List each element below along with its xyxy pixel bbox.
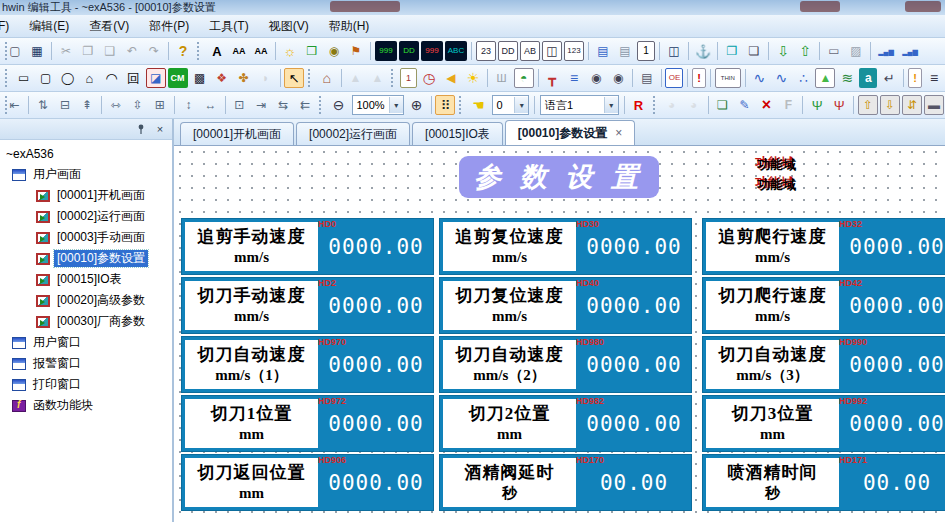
clock-icon[interactable]: ◷ xyxy=(419,68,439,88)
align-left-icon[interactable]: ⇤ xyxy=(4,95,24,115)
param-value-input[interactable]: 0000.00 xyxy=(842,278,945,333)
antenna-red-icon[interactable]: Ψ xyxy=(829,95,849,115)
device-sync-icon[interactable]: ⇵ xyxy=(902,95,922,115)
dashed-lines-icon[interactable]: ≡ xyxy=(564,68,584,88)
snap-bottom-icon[interactable]: ⇥ xyxy=(251,95,271,115)
qrcode-tool-icon[interactable]: ▩ xyxy=(190,68,210,88)
space-across-icon[interactable]: ⇿ xyxy=(106,95,126,115)
tree-item-11[interactable]: 函数功能块 xyxy=(0,395,172,416)
param-value-input[interactable]: 0000.00 xyxy=(579,337,689,392)
cm-tool-icon[interactable]: CM xyxy=(168,68,188,88)
function-area-label[interactable]: 功能域功能域 xyxy=(757,156,796,172)
f-gray-icon[interactable]: F xyxy=(778,95,798,115)
tree-item-9[interactable]: 报警窗口 xyxy=(0,353,172,374)
menu-item-5[interactable]: 视图(V) xyxy=(259,16,319,37)
function-area-label[interactable]: 功能域功能域 xyxy=(757,176,796,192)
tab-close-icon[interactable]: × xyxy=(615,126,622,140)
param-value-input[interactable]: 0000.00 xyxy=(321,278,431,333)
rotate-text-icon[interactable]: AA xyxy=(229,41,249,61)
trend-chart2-icon[interactable]: ∿ xyxy=(771,68,791,88)
multiline-chart-icon[interactable]: ≋ xyxy=(837,68,857,88)
delete-icon[interactable]: × xyxy=(756,95,776,115)
comb-icon[interactable]: Ш xyxy=(492,68,512,88)
tree-item-1[interactable]: [00001]开机画面 xyxy=(0,185,172,206)
new-file-icon[interactable]: ▢ xyxy=(5,41,25,61)
tree-item-2[interactable]: [00002]运行画面 xyxy=(0,206,172,227)
param-value-input[interactable]: 0000.00 xyxy=(579,278,689,333)
language-select[interactable]: 语言1▾ xyxy=(540,95,619,115)
speaker-icon[interactable]: ◀ xyxy=(441,68,461,88)
zoom-out-icon[interactable]: ⊖ xyxy=(329,95,349,115)
layer-select[interactable]: 0▾ xyxy=(492,95,530,115)
gauge-icon[interactable]: ◓ xyxy=(514,68,534,88)
state-circle-icon[interactable]: ◕ xyxy=(662,95,682,115)
tree-item-8[interactable]: 用户窗口 xyxy=(0,332,172,353)
text-icon[interactable]: A xyxy=(207,41,227,61)
param-value-input[interactable]: 0000.00 xyxy=(579,396,689,451)
polygon-tool-icon[interactable]: ⌂ xyxy=(80,68,100,88)
mountain-icon[interactable]: ▲ xyxy=(345,68,365,88)
snap-left-icon[interactable]: ⇆ xyxy=(273,95,293,115)
window-icon[interactable]: ❏ xyxy=(744,41,764,61)
grid-toggle-icon[interactable]: ⠿ xyxy=(435,95,455,115)
area-chart-icon[interactable]: ▲ xyxy=(815,68,835,88)
snap-right-icon[interactable]: ⇇ xyxy=(295,95,315,115)
chevron-down-icon[interactable]: ▾ xyxy=(389,97,403,113)
menu-item-2[interactable]: 查看(V) xyxy=(79,16,139,37)
led-number-icon[interactable]: 999 xyxy=(375,41,397,61)
param-value-input[interactable]: 00.00 xyxy=(842,455,945,510)
editor-canvas[interactable]: 参 数 设 置 功能域功能域功能域功能域追剪手动速度mm/sHD00000.00… xyxy=(174,146,945,522)
thin-panel-icon[interactable]: THIN xyxy=(715,68,741,88)
camera2-icon[interactable]: ◉ xyxy=(608,68,628,88)
same-width-icon[interactable]: ↔ xyxy=(201,95,221,115)
door-icon[interactable]: ◫ xyxy=(664,41,684,61)
sun-icon[interactable]: ☀ xyxy=(463,68,483,88)
antenna-green-icon[interactable]: Ψ xyxy=(807,95,827,115)
center-horizontal-icon[interactable]: ⊟ xyxy=(55,95,75,115)
scatter-chart-icon[interactable]: ∴ xyxy=(793,68,813,88)
param-value-input[interactable]: 0000.00 xyxy=(321,455,431,510)
param-value-input[interactable]: 0000.00 xyxy=(321,219,431,274)
frame-tool-icon[interactable]: 回 xyxy=(124,68,144,88)
keyboard-icon[interactable]: ▤ xyxy=(593,41,613,61)
device-download-icon[interactable]: ⇩ xyxy=(880,95,900,115)
tree-item-5[interactable]: [00015]IO表 xyxy=(0,269,172,290)
switch-box-icon[interactable]: ◫ xyxy=(542,41,562,61)
ab-box-icon[interactable]: AB xyxy=(520,41,540,61)
device-upload-icon[interactable]: ⇧ xyxy=(858,95,878,115)
same-height-icon[interactable]: ↕ xyxy=(179,95,199,115)
save-icon[interactable]: ▦ xyxy=(27,41,47,61)
camera-icon[interactable]: ◉ xyxy=(586,68,606,88)
menu-item-0[interactable]: 文件(F) xyxy=(0,16,19,37)
state-circle2-icon[interactable]: ◕ xyxy=(684,95,704,115)
chevron-down-icon[interactable]: ▾ xyxy=(514,97,528,113)
rect-tool-icon[interactable]: ▭ xyxy=(14,68,34,88)
hatch-rect-icon[interactable]: ▨ xyxy=(846,41,866,61)
ship-icon[interactable]: ⚓ xyxy=(693,41,713,61)
cut-icon[interactable]: ✂ xyxy=(56,41,76,61)
zoom-in-icon[interactable]: ⊕ xyxy=(407,95,427,115)
new-macro-icon[interactable]: ❏ xyxy=(712,95,732,115)
bar-chart2-icon[interactable]: ▂▄▆ xyxy=(899,41,921,61)
calendar-icon[interactable]: 1 xyxy=(400,68,417,88)
tab-1[interactable]: [00002]运行画面 xyxy=(296,122,410,145)
tab-2[interactable]: [00015]IO表 xyxy=(412,122,503,145)
select-cursor-icon[interactable]: ↖ xyxy=(284,68,304,88)
book-icon[interactable]: ❒ xyxy=(302,41,322,61)
eraser-tool-icon[interactable]: ◗ xyxy=(256,68,276,88)
tree-item-4[interactable]: [00010]参数设置 xyxy=(0,248,172,269)
monitor-oe-icon[interactable]: OE xyxy=(665,68,683,88)
roundrect-tool-icon[interactable]: ▢ xyxy=(36,68,56,88)
keyboard2-icon[interactable]: ▤ xyxy=(615,41,635,61)
space-down-icon[interactable]: ⇳ xyxy=(128,95,148,115)
help-icon[interactable]: ? xyxy=(173,41,193,61)
paste-icon[interactable]: ❑ xyxy=(100,41,120,61)
param-value-input[interactable]: 0000.00 xyxy=(842,396,945,451)
flag-icon[interactable]: ⚑ xyxy=(346,41,366,61)
param-value-input[interactable]: 0000.00 xyxy=(321,337,431,392)
snap-top-icon[interactable]: ⊡ xyxy=(229,95,249,115)
lamp-icon[interactable]: ┳ xyxy=(542,68,562,88)
numeric-box-icon[interactable]: 23 xyxy=(476,41,496,61)
tree-item-7[interactable]: [00030]厂商参数 xyxy=(0,311,172,332)
flat-rect-icon[interactable]: ▭ xyxy=(824,41,844,61)
